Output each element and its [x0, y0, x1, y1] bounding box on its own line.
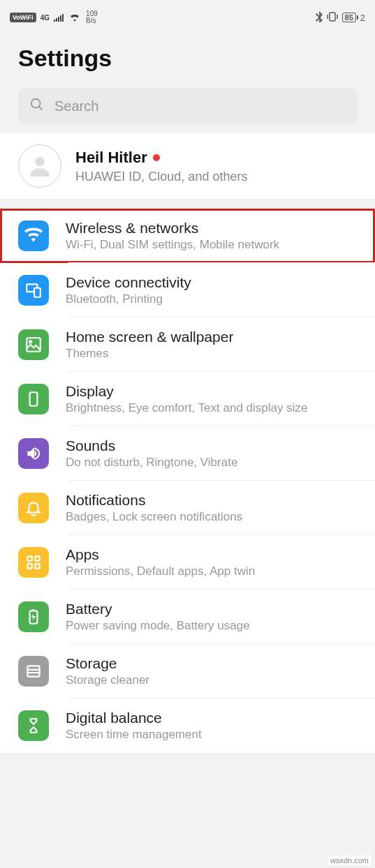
item-text: Home screen & wallpaper Themes: [66, 329, 233, 361]
item-title: Home screen & wallpaper: [66, 329, 233, 345]
item-sub: Brightness, Eye comfort, Text and displa…: [66, 401, 307, 415]
svg-rect-14: [27, 666, 39, 676]
item-sounds[interactable]: Sounds Do not disturb, Ringtone, Vibrate: [0, 426, 375, 481]
item-title: Notifications: [66, 492, 242, 509]
apps-icon: [18, 547, 49, 578]
account-name: Heil Hitler: [75, 149, 147, 167]
svg-rect-0: [330, 13, 335, 21]
hourglass-icon: [18, 710, 49, 741]
item-text: Digital balance Screen time management: [66, 710, 202, 742]
item-text: Notifications Badges, Lock screen notifi…: [66, 492, 242, 524]
battery-indicator: 85: [342, 13, 356, 22]
item-sub: Themes: [66, 347, 233, 361]
item-title: Display: [66, 383, 307, 400]
svg-line-2: [39, 107, 43, 110]
item-sub: Power saving mode, Battery usage: [66, 619, 250, 633]
item-storage[interactable]: Storage Storage cleaner: [0, 644, 375, 698]
item-sub: Do not disturb, Ringtone, Vibrate: [66, 456, 237, 470]
item-device-connectivity[interactable]: Device connectivity Bluetooth, Printing: [0, 263, 375, 317]
item-text: Wireless & networks Wi-Fi, Dual SIM sett…: [66, 220, 279, 252]
vibrate-icon: [327, 12, 338, 24]
svg-point-3: [35, 157, 44, 166]
item-text: Display Brightness, Eye comfort, Text an…: [66, 383, 307, 415]
item-title: Battery: [66, 601, 250, 618]
svg-point-1: [31, 99, 41, 108]
item-title: Digital balance: [66, 710, 202, 726]
item-home-wallpaper[interactable]: Home screen & wallpaper Themes: [0, 317, 375, 372]
account-subtitle: HUAWEI ID, Cloud, and others: [75, 170, 247, 184]
status-bar: VoWiFi 4G 109 B/s 85 2: [0, 0, 375, 31]
battery-icon: [18, 601, 49, 632]
item-text: Apps Permissions, Default apps, App twin: [66, 546, 255, 578]
svg-rect-6: [27, 338, 41, 352]
network-label: 4G: [41, 14, 50, 22]
account-name-row: Heil Hitler: [75, 149, 247, 167]
bluetooth-icon: [316, 11, 323, 24]
item-sub: Bluetooth, Printing: [66, 292, 191, 306]
status-left: VoWiFi 4G 109 B/s: [10, 10, 98, 24]
device-icon: [18, 275, 49, 306]
section-gap: [0, 199, 375, 209]
notification-dot-icon: [153, 154, 160, 161]
item-title: Device connectivity: [66, 274, 191, 291]
search-bar[interactable]: [18, 89, 357, 124]
item-text: Battery Power saving mode, Battery usage: [66, 601, 250, 633]
wallpaper-icon: [18, 329, 49, 360]
svg-rect-5: [34, 288, 41, 297]
item-title: Wireless & networks: [66, 220, 279, 237]
sound-icon: [18, 438, 49, 469]
item-text: Sounds Do not disturb, Ringtone, Vibrate: [66, 437, 237, 470]
svg-rect-8: [30, 392, 38, 406]
speed-unit: B/s: [86, 17, 98, 24]
item-sub: Storage cleaner: [66, 673, 149, 687]
item-wireless-networks[interactable]: Wireless & networks Wi-Fi, Dual SIM sett…: [0, 209, 375, 263]
account-row[interactable]: Heil Hitler HUAWEI ID, Cloud, and others: [0, 133, 375, 199]
time-fragment: 2: [360, 13, 365, 23]
search-input[interactable]: [54, 98, 346, 114]
item-display[interactable]: Display Brightness, Eye comfort, Text an…: [0, 372, 375, 426]
svg-rect-10: [35, 556, 39, 561]
svg-rect-9: [27, 556, 32, 561]
bell-icon: [18, 493, 49, 523]
vowifi-badge: VoWiFi: [10, 13, 36, 22]
display-icon: [18, 384, 49, 414]
item-notifications[interactable]: Notifications Badges, Lock screen notifi…: [0, 481, 375, 535]
svg-rect-11: [27, 564, 32, 569]
search-icon: [29, 97, 45, 115]
data-speed: 109 B/s: [86, 10, 98, 24]
watermark: wsxdn.com: [328, 855, 371, 865]
wifi-icon: [18, 220, 49, 251]
item-sub: Wi-Fi, Dual SIM settings, Mobile network: [66, 238, 279, 252]
page-title: Settings: [0, 31, 375, 89]
item-apps[interactable]: Apps Permissions, Default apps, App twin: [0, 535, 375, 590]
item-title: Sounds: [66, 437, 237, 454]
avatar: [18, 144, 61, 188]
item-sub: Screen time management: [66, 728, 202, 742]
item-sub: Permissions, Default apps, App twin: [66, 564, 255, 578]
item-title: Storage: [66, 655, 149, 672]
item-digital-balance[interactable]: Digital balance Screen time management: [0, 698, 375, 753]
item-text: Storage Storage cleaner: [66, 655, 149, 687]
storage-icon: [18, 656, 49, 687]
item-battery[interactable]: Battery Power saving mode, Battery usage: [0, 590, 375, 644]
account-text: Heil Hitler HUAWEI ID, Cloud, and others: [75, 149, 247, 184]
settings-list: Wireless & networks Wi-Fi, Dual SIM sett…: [0, 209, 375, 753]
svg-rect-12: [35, 564, 39, 569]
signal-icon: [54, 13, 65, 22]
item-text: Device connectivity Bluetooth, Printing: [66, 274, 191, 306]
svg-point-7: [29, 341, 31, 343]
wifi-status-icon: [69, 13, 80, 22]
status-right: 85 2: [316, 11, 365, 24]
item-title: Apps: [66, 546, 255, 563]
item-sub: Badges, Lock screen notifications: [66, 510, 242, 524]
